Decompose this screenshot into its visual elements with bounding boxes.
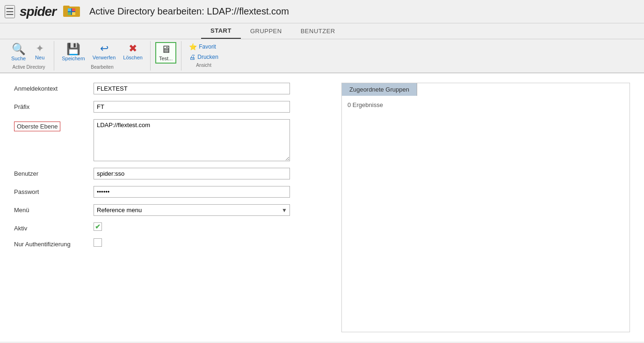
new-icon: ✦ bbox=[36, 43, 44, 54]
save-icon: 💾 bbox=[66, 43, 80, 55]
svg-rect-6 bbox=[72, 12, 75, 15]
ribbon-group-ansicht: ⭐ Favorit 🖨 Drucken Ansicht bbox=[181, 41, 226, 71]
tab-benutzer[interactable]: BENUTZER bbox=[291, 23, 345, 39]
ribbon-group-active-directory: 🔍 Suche ✦ Neu Active Directory bbox=[4, 41, 54, 71]
form-row-benutzer: Benutzer bbox=[14, 168, 332, 179]
menu-select[interactable]: Reference menu bbox=[94, 204, 290, 216]
page-title: Active Directory bearbeiten: LDAP://flex… bbox=[89, 6, 289, 17]
svg-rect-4 bbox=[72, 8, 75, 11]
benutzer-label: Benutzer bbox=[14, 168, 94, 177]
main-content: Anmeldekontext Präfix Oberste Ebene LDAP… bbox=[0, 73, 644, 342]
passwort-input[interactable] bbox=[94, 186, 290, 198]
praefix-input[interactable] bbox=[94, 101, 290, 113]
form-row-anmeldekontext: Anmeldekontext bbox=[14, 83, 332, 94]
favorit-button[interactable]: ⭐ Favorit bbox=[186, 42, 221, 51]
ribbon-tabs: START GRUPPEN BENUTZER bbox=[0, 23, 644, 39]
praefix-label: Präfix bbox=[14, 101, 94, 110]
form-row-aktiv: Aktiv ✔ bbox=[14, 222, 332, 232]
verwerfen-button[interactable]: ↩ Verwerfen bbox=[90, 42, 119, 63]
form-row-passwort: Passwort bbox=[14, 186, 332, 198]
test-icon: 🖥 bbox=[161, 44, 171, 55]
search-icon: 🔍 bbox=[12, 43, 26, 55]
anmeldekontext-label: Anmeldekontext bbox=[14, 83, 94, 92]
nur-auth-label: Nur Authentifizierung bbox=[14, 238, 94, 248]
svg-rect-5 bbox=[68, 12, 71, 15]
test-button[interactable]: 🖥 Test... bbox=[155, 42, 176, 64]
benutzer-input[interactable] bbox=[94, 168, 290, 179]
ansicht-group-label: Ansicht bbox=[196, 63, 211, 68]
nur-auth-checkbox[interactable] bbox=[94, 238, 102, 247]
right-panel: Zugeordnete Gruppen 0 Ergebnisse bbox=[341, 83, 630, 332]
nur-auth-checkbox-wrap bbox=[94, 238, 102, 247]
oberste-ebene-textarea[interactable]: LDAP://flextest.com bbox=[94, 119, 290, 161]
aktiv-checkbox-wrap: ✔ bbox=[94, 222, 102, 231]
app-logo: spider bbox=[20, 4, 56, 19]
svg-rect-1 bbox=[63, 6, 70, 8]
aktiv-label: Aktiv bbox=[14, 222, 94, 232]
form-section: Anmeldekontext Präfix Oberste Ebene LDAP… bbox=[14, 83, 332, 332]
favorit-label: Favorit bbox=[199, 43, 216, 50]
loeschen-button[interactable]: ✖ Löschen bbox=[120, 42, 145, 63]
test-label: Test... bbox=[159, 56, 173, 61]
oberste-ebene-label: Oberste Ebene bbox=[14, 119, 94, 131]
passwort-label: Passwort bbox=[14, 186, 94, 195]
form-row-nur-auth: Nur Authentifizierung bbox=[14, 238, 332, 248]
oberste-ebene-bordered-label: Oberste Ebene bbox=[14, 121, 60, 131]
speichern-button[interactable]: 💾 Speichern bbox=[59, 42, 88, 63]
star-icon: ⭐ bbox=[189, 43, 197, 50]
drucken-button[interactable]: 🖨 Drucken bbox=[186, 52, 221, 62]
ribbon-group-bearbeiten: 💾 Speichern ↩ Verwerfen ✖ Löschen Bearbe… bbox=[54, 41, 151, 71]
panel-results: 0 Ergebnisse bbox=[342, 96, 630, 114]
ribbon-group-test: 🖥 Test... bbox=[151, 41, 181, 71]
tab-start[interactable]: START bbox=[201, 23, 241, 39]
panel-tab-zugeordnete-gruppen[interactable]: Zugeordnete Gruppen bbox=[342, 83, 417, 96]
neu-button[interactable]: ✦ Neu bbox=[30, 42, 49, 63]
active-directory-group-label: Active Directory bbox=[13, 64, 45, 70]
discard-icon: ↩ bbox=[100, 43, 109, 54]
print-icon: 🖨 bbox=[189, 53, 195, 61]
drucken-label: Drucken bbox=[197, 54, 218, 60]
top-header: ☰ spider Active Directory bearbeiten: LD… bbox=[0, 0, 644, 23]
form-row-oberste-ebene: Oberste Ebene LDAP://flextest.com bbox=[14, 119, 332, 161]
form-row-menu: Menü Reference menu ▼ bbox=[14, 204, 332, 216]
svg-rect-3 bbox=[68, 8, 71, 11]
suche-button[interactable]: 🔍 Suche bbox=[8, 42, 29, 63]
folder-icon bbox=[63, 4, 80, 19]
speichern-label: Speichern bbox=[62, 56, 85, 61]
menu-select-wrap: Reference menu ▼ bbox=[94, 204, 290, 216]
neu-label: Neu bbox=[35, 55, 44, 60]
aktiv-checkbox[interactable]: ✔ bbox=[94, 222, 102, 231]
ribbon-toolbar: 🔍 Suche ✦ Neu Active Directory 💾 Speiche… bbox=[0, 39, 644, 73]
anmeldekontext-input[interactable] bbox=[94, 83, 290, 94]
form-row-praefix: Präfix bbox=[14, 101, 332, 113]
verwerfen-label: Verwerfen bbox=[93, 55, 116, 60]
hamburger-button[interactable]: ☰ bbox=[5, 5, 15, 18]
tab-gruppen[interactable]: GRUPPEN bbox=[241, 23, 291, 39]
menu-label: Menü bbox=[14, 204, 94, 214]
bearbeiten-group-label: Bearbeiten bbox=[91, 64, 113, 70]
suche-label: Suche bbox=[11, 56, 26, 61]
loeschen-label: Löschen bbox=[123, 55, 143, 60]
checkmark-icon: ✔ bbox=[95, 223, 101, 230]
delete-icon: ✖ bbox=[129, 43, 137, 54]
